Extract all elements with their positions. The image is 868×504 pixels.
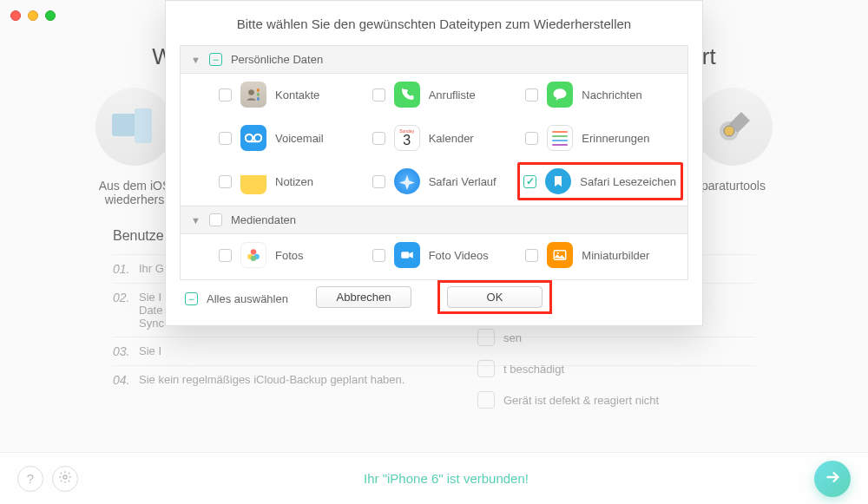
section-media-checkbox[interactable] — [209, 213, 222, 226]
item-voicemail[interactable]: Voicemail — [217, 122, 371, 154]
svg-rect-6 — [257, 88, 260, 91]
reminders-icon — [547, 125, 573, 151]
checkbox-fotos[interactable] — [219, 249, 232, 262]
compass-icon — [394, 168, 420, 194]
item-miniaturbilder[interactable]: Miniaturbilder — [523, 239, 677, 271]
svg-point-17 — [557, 252, 559, 254]
tools-icon — [694, 88, 773, 166]
mode-label: paraturtools — [701, 179, 766, 193]
item-label: Miniaturbilder — [582, 249, 649, 262]
item-safari-verlauf[interactable]: Safari Verlauf — [371, 166, 524, 197]
item-label: Notizen — [275, 175, 313, 188]
item-kalender[interactable]: Sunday 3 Kalender — [371, 122, 524, 154]
item-label: Safari Verlauf — [429, 175, 496, 188]
bookmark-icon — [545, 168, 571, 194]
item-notizen[interactable]: Notizen — [217, 166, 371, 197]
item-label: Voicemail — [275, 132, 324, 145]
checkbox-voicemail[interactable] — [219, 132, 232, 145]
checkbox-safari-verlauf[interactable] — [372, 175, 385, 188]
svg-point-11 — [251, 249, 256, 254]
filetype-panel: ▼ − Persönliche Daten Kontakte Anruflist… — [180, 45, 688, 280]
svg-point-4 — [63, 475, 67, 479]
next-button[interactable] — [814, 461, 851, 497]
item-label: Safari Lesezeichen — [580, 175, 676, 188]
checkbox-kalender[interactable] — [372, 132, 385, 145]
settings-button[interactable] — [52, 466, 78, 492]
notes-icon — [240, 168, 266, 194]
select-all-row[interactable]: − Alles auswählen — [180, 280, 293, 305]
svg-rect-8 — [257, 97, 260, 100]
item-label: Erinnerungen — [582, 132, 649, 145]
item-erinnerungen[interactable]: Erinnerungen — [523, 122, 677, 154]
item-foto-videos[interactable]: Foto Videos — [371, 239, 524, 271]
checkbox-foto-videos[interactable] — [372, 249, 385, 262]
section-personal-header[interactable]: ▼ − Persönliche Daten — [181, 46, 687, 74]
ok-highlight: OK — [437, 280, 552, 314]
arrow-right-icon — [823, 468, 842, 489]
item-label: Anrufliste — [429, 88, 476, 101]
item-safari-lesezeichen[interactable]: Safari Lesezeichen — [517, 162, 683, 200]
item-kontakte[interactable]: Kontakte — [217, 79, 371, 110]
gear-icon — [58, 470, 72, 487]
checkbox-safari-lesezeichen[interactable] — [523, 175, 536, 188]
checkbox-anrufliste[interactable] — [372, 88, 385, 101]
svg-point-9 — [246, 134, 253, 141]
connection-status: Ihr "iPhone 6" ist verbunden! — [78, 471, 814, 486]
photos-icon — [240, 242, 266, 268]
chevron-down-icon: ▼ — [191, 215, 201, 226]
media-grid: Fotos Foto Videos Miniaturbilder — [181, 234, 687, 279]
section-personal-checkbox[interactable]: − — [209, 53, 222, 66]
video-icon — [394, 242, 420, 268]
item-label: Nachrichten — [582, 88, 641, 101]
section-media-label: Mediendaten — [231, 213, 296, 226]
thumbnail-icon — [547, 242, 573, 268]
calendar-icon: Sunday 3 — [394, 125, 420, 151]
ok-button[interactable]: OK — [447, 286, 542, 308]
item-anrufliste[interactable]: Anrufliste — [371, 79, 524, 110]
svg-rect-15 — [401, 252, 409, 259]
section-media-header[interactable]: ▼ Mediendaten — [181, 206, 687, 234]
svg-rect-1 — [135, 108, 152, 143]
personal-grid: Kontakte Anrufliste Nachrichten — [181, 74, 687, 206]
item-label: Foto Videos — [429, 249, 489, 262]
section-personal-label: Persönliche Daten — [231, 53, 323, 66]
svg-point-14 — [251, 255, 256, 260]
phone-icon — [394, 82, 420, 108]
item-nachrichten[interactable]: Nachrichten — [523, 79, 677, 110]
checkbox-erinnerungen[interactable] — [525, 132, 538, 145]
help-button[interactable]: ? — [17, 466, 43, 492]
message-icon — [547, 82, 573, 108]
checkbox-miniaturbilder[interactable] — [525, 249, 538, 262]
item-fotos[interactable]: Fotos — [217, 239, 371, 271]
checkbox-nachrichten[interactable] — [525, 88, 538, 101]
chevron-down-icon: ▼ — [191, 55, 201, 65]
svg-point-10 — [254, 134, 261, 141]
item-label: Kalender — [429, 132, 474, 145]
voicemail-icon — [240, 125, 266, 151]
item-label: Kontakte — [275, 88, 319, 101]
footer: ? Ihr "iPhone 6" ist verbunden! — [0, 452, 868, 504]
select-all-checkbox[interactable]: − — [185, 292, 198, 305]
device-icon — [95, 88, 174, 166]
svg-point-5 — [248, 89, 254, 95]
item-label: Fotos — [275, 249, 304, 262]
svg-rect-7 — [257, 93, 260, 95]
filetype-dialog: Bitte wählen Sie den gewünschten Dateity… — [165, 0, 703, 326]
cancel-button[interactable]: Abbrechen — [316, 286, 411, 308]
dialog-title: Bitte wählen Sie den gewünschten Dateity… — [180, 16, 688, 31]
checkbox-notizen[interactable] — [219, 175, 232, 188]
checkbox-kontakte[interactable] — [219, 88, 232, 101]
contacts-icon — [240, 82, 266, 108]
select-all-label: Alles auswählen — [207, 292, 288, 305]
